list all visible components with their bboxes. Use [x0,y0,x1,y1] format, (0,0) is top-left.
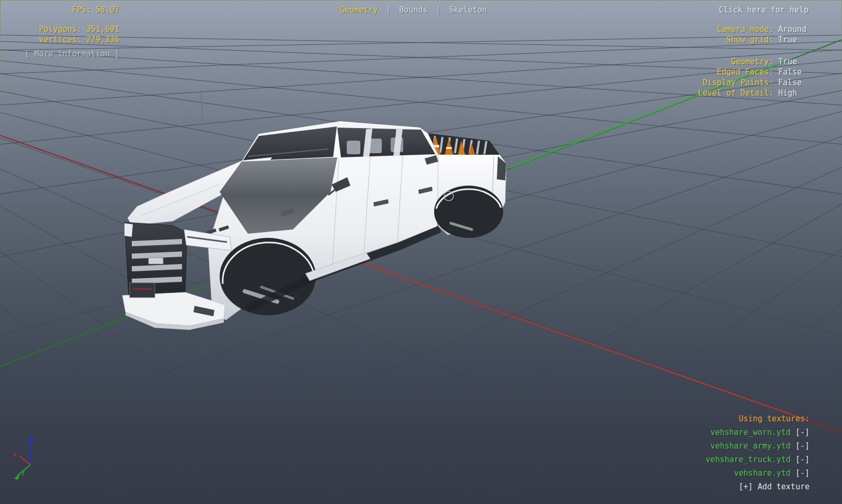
brand-emblem [149,258,163,264]
setting-label: Display Points: [703,77,773,88]
tab-geometry[interactable]: Geometry [340,5,378,15]
texture-remove-button[interactable]: [-] [795,439,810,453]
texture-remove-button[interactable]: [-] [795,426,810,439]
fps-value: 58.07 [96,5,119,15]
polygons-counter: Polygons: 351,691 [0,24,119,35]
setting-edged-faces[interactable]: Edged Faces: False [698,67,809,77]
tab-bounds[interactable]: Bounds [399,5,427,15]
fps-counter: FPS: 58.07 [0,5,119,15]
add-texture-button[interactable]: [+] Add texture [706,480,810,494]
setting-value: True [778,35,809,45]
axis-gizmo: z x y [6,430,53,488]
setting-value: True [778,56,809,67]
polygons-label: Polygons: [39,24,82,35]
setting-label: Show grid: [726,35,773,45]
texture-remove-button[interactable]: [-] [795,466,810,480]
gizmo-y-label: y [21,468,25,476]
setting-label: Edged Faces: [717,67,773,77]
vertices-label: Vertices: [39,35,82,45]
gizmo-x-axis [19,455,30,465]
render-settings-group: Geometry: True Edged Faces: False Displa… [698,56,809,98]
setting-show-grid[interactable]: Show grid: True [698,35,809,45]
fps-label: FPS: [72,5,91,15]
texture-item: vehshare_worn.ytd [-] [706,426,810,439]
setting-label: Geometry: [731,56,773,67]
texture-item: vehshare_army.ytd [-] [706,439,810,453]
tab-separator: | [386,5,391,15]
texture-name: vehshare_worn.ytd [710,426,791,439]
setting-value: High [778,88,809,98]
tab-separator: | [436,5,441,15]
stats-panel: FPS: 58.07 Polygons: 351,691 Vertices: 2… [0,5,119,59]
taillight [497,156,506,180]
help-link[interactable]: Click here for help [698,5,809,15]
texture-name: vehshare_truck.ytd [706,453,791,466]
setting-display-points[interactable]: Display Points: False [698,77,809,88]
setting-camera-mode[interactable]: Camera mode: Around [698,24,809,35]
vertices-counter: Vertices: 279,336 [0,35,119,45]
antenna [201,89,203,134]
gizmo-z-label: z [33,434,37,442]
setting-value: Around [778,24,809,35]
setting-level-of-detail[interactable]: Level of Detail: High [698,88,809,98]
tab-skeleton[interactable]: Skeleton [449,5,487,15]
texture-item: vehshare.ytd [-] [706,466,810,480]
gizmo-x-label: x [13,450,17,458]
settings-panel: Click here for help Camera mode: Around … [698,5,809,98]
model-viewer-window: { "colors": { "hud_yellow": "#e9cf4a", "… [0,0,842,504]
textures-title: Using textures: [706,412,810,426]
textures-panel: Using textures: vehshare_worn.ytd [-] ve… [706,412,810,494]
setting-label: Camera mode: [717,24,773,35]
setting-value: False [778,77,809,88]
mode-selector: Geometry | Bounds | Skeleton [340,5,487,15]
headlight-left [124,223,133,237]
texture-item: vehshare_truck.ytd [-] [706,453,810,466]
setting-value: False [778,67,809,77]
setting-geometry[interactable]: Geometry: True [698,56,809,67]
texture-remove-button[interactable]: [-] [795,453,810,466]
more-information-link[interactable]: [ More information ] [0,49,119,59]
setting-label: Level of Detail: [698,88,774,98]
camera-settings-group: Camera mode: Around Show grid: True [698,24,809,45]
texture-name: vehshare_army.ytd [710,439,791,453]
front-wheel-well [220,238,316,315]
polygons-value: 351,691 [86,24,119,35]
vertices-value: 279,336 [86,35,119,45]
texture-name: vehshare.ytd [734,466,791,480]
